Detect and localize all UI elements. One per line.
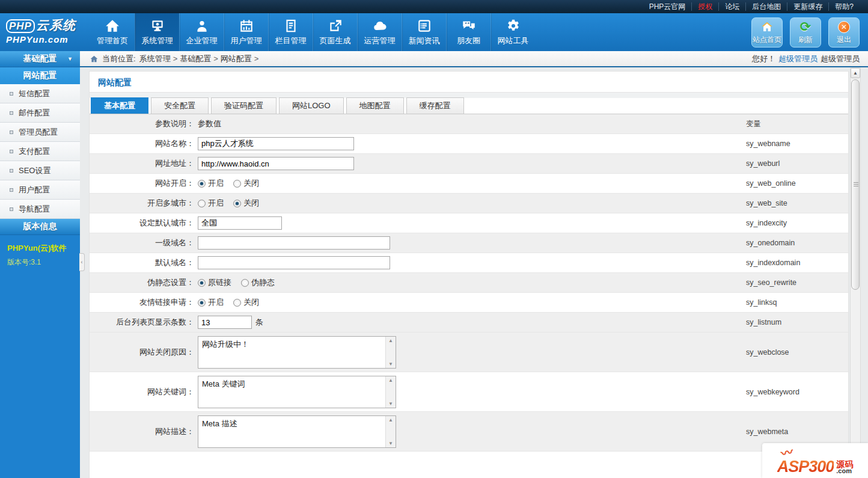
radio-sy_linksq-0[interactable]: 开启 bbox=[198, 297, 224, 308]
breadcrumb-segment-0[interactable]: 系统管理 bbox=[139, 54, 171, 63]
quick-button-0[interactable]: 站点首页 bbox=[751, 17, 783, 47]
scroll-down-icon[interactable]: ▼ bbox=[388, 441, 393, 446]
sidebar-item-4[interactable]: SEO设置 bbox=[0, 161, 80, 180]
breadcrumb-segment-1[interactable]: 基础配置 bbox=[180, 54, 211, 63]
breadcrumb: 当前位置: 系统管理>基础配置>网站配置> 您好！ 超级管理员 超级管理员 bbox=[80, 51, 868, 67]
row-label: 网站开启： bbox=[90, 178, 198, 189]
tab-5[interactable]: 缓存配置 bbox=[406, 97, 464, 114]
scroll-up-icon[interactable]: ▲ bbox=[388, 378, 393, 383]
logo-title: PHP云系统 bbox=[6, 17, 90, 34]
logo[interactable]: PHP云系统 PHPYun.com bbox=[0, 13, 90, 51]
nav-item-9[interactable]: 网站工具 bbox=[491, 13, 535, 51]
sidebar-item-2[interactable]: 管理员配置 bbox=[0, 123, 80, 142]
form-row-sy_weburl: 网址地址：sy_weburl bbox=[90, 154, 848, 174]
asp300-com: .com bbox=[836, 468, 852, 474]
sidebar-item-6[interactable]: 导航配置 bbox=[0, 200, 80, 219]
radio-sy_web_online-1[interactable]: 关闭 bbox=[233, 178, 259, 189]
tab-0[interactable]: 基本配置 bbox=[91, 97, 148, 114]
nav-item-3[interactable]: 用户管理 bbox=[224, 13, 268, 51]
scroll-up-icon[interactable]: ▲ bbox=[388, 338, 393, 343]
topbar-link-0[interactable]: PHP云官网 bbox=[643, 2, 692, 11]
radio-label: 关闭 bbox=[243, 297, 259, 308]
field-sy_onedomain[interactable] bbox=[198, 236, 390, 250]
scroll-down-icon[interactable]: ▼ bbox=[388, 361, 393, 367]
breadcrumb-segment-2[interactable]: 网站配置 bbox=[221, 54, 252, 63]
tab-4[interactable]: 地图配置 bbox=[346, 97, 404, 114]
field-sy_indexdomain[interactable] bbox=[198, 256, 390, 269]
textarea-scrollbar[interactable]: ▲▼ bbox=[385, 376, 396, 408]
nav-item-8[interactable]: 朋友圈 bbox=[446, 13, 491, 51]
radio-button-icon[interactable] bbox=[233, 200, 241, 207]
system-icon bbox=[150, 18, 165, 34]
tab-3[interactable]: 网站LOGO bbox=[279, 97, 344, 114]
admin-profile-link[interactable]: 超级管理员 bbox=[778, 54, 818, 64]
breadcrumb-separator: > bbox=[254, 54, 259, 63]
row-variable: sy_seo_rewrite bbox=[746, 278, 848, 287]
tab-1[interactable]: 安全配置 bbox=[151, 97, 209, 114]
sidebar-item-5[interactable]: 用户配置 bbox=[0, 180, 80, 200]
row-label: 网站关键词： bbox=[90, 387, 198, 397]
radio-button-icon[interactable] bbox=[198, 180, 206, 188]
textarea-scrollbar[interactable]: ▲▼ bbox=[385, 416, 396, 447]
radio-sy_seo_rewrite-0[interactable]: 原链接 bbox=[198, 277, 231, 288]
radio-button-icon[interactable] bbox=[233, 180, 241, 188]
bullet-icon bbox=[10, 92, 13, 96]
sidebar-item-1[interactable]: 邮件配置 bbox=[0, 103, 80, 123]
radio-label: 开启 bbox=[208, 178, 224, 189]
nav-item-0[interactable]: 管理首页 bbox=[90, 13, 135, 51]
field-sy_webclose[interactable]: 网站升级中！▲▼ bbox=[198, 336, 396, 369]
logo-line1: 云系统 bbox=[36, 18, 76, 32]
sidebar-collapse-handle[interactable]: ‹ bbox=[79, 253, 85, 271]
radio-sy_web_site-1[interactable]: 关闭 bbox=[233, 198, 259, 209]
form-row-sy_webclose: 网站关闭原因：网站升级中！▲▼sy_webclose bbox=[90, 332, 848, 372]
sidebar-item-website-config[interactable]: 网站配置 bbox=[0, 67, 80, 84]
radio-button-icon[interactable] bbox=[198, 279, 206, 287]
nav-item-4[interactable]: 栏目管理 bbox=[268, 13, 313, 51]
scroll-down-icon[interactable]: ▼ bbox=[388, 401, 393, 406]
sidebar-items: 短信配置邮件配置管理员配置支付配置SEO设置用户配置导航配置 bbox=[0, 84, 80, 219]
sidebar-item-0[interactable]: 短信配置 bbox=[0, 84, 80, 103]
nav-item-2[interactable]: 企业管理 bbox=[179, 13, 224, 51]
radio-sy_web_online-0[interactable]: 开启 bbox=[198, 178, 224, 189]
topbar-link-1[interactable]: 授权 bbox=[692, 2, 719, 11]
scroll-up-icon[interactable]: ▲ bbox=[388, 417, 393, 423]
field-sy_webmeta[interactable]: Meta 描述▲▼ bbox=[198, 415, 396, 448]
radio-sy_seo_rewrite-1[interactable]: 伪静态 bbox=[241, 277, 275, 288]
field-sy_listnum[interactable] bbox=[198, 316, 252, 329]
field-sy_indexcity[interactable] bbox=[198, 216, 282, 230]
radio-sy_web_site-0[interactable]: 开启 bbox=[198, 198, 224, 209]
field-sy_webname[interactable] bbox=[198, 137, 354, 150]
scrollbar-up-arrow[interactable]: ▲ bbox=[851, 68, 860, 78]
page-scrollbar[interactable]: ▲ ▼ bbox=[850, 67, 861, 478]
topbar-link-3[interactable]: 后台地图 bbox=[746, 2, 787, 11]
quick-button-1[interactable]: ⟳刷新 bbox=[790, 17, 821, 47]
topbar-link-5[interactable]: 帮助? bbox=[829, 2, 860, 11]
radio-sy_linksq-1[interactable]: 关闭 bbox=[233, 297, 259, 308]
radio-button-icon[interactable] bbox=[233, 299, 241, 307]
sidebar-item-3[interactable]: 支付配置 bbox=[0, 142, 80, 161]
nav-item-7[interactable]: 新闻资讯 bbox=[402, 13, 446, 51]
field-sy_weburl[interactable] bbox=[198, 157, 354, 170]
topbar-link-4[interactable]: 更新缓存 bbox=[787, 2, 829, 11]
tab-2[interactable]: 验证码配置 bbox=[211, 97, 277, 114]
nav-item-5[interactable]: 页面生成 bbox=[313, 13, 357, 51]
textarea-scrollbar[interactable]: ▲▼ bbox=[385, 337, 396, 368]
topbar-link-2[interactable]: 论坛 bbox=[719, 2, 746, 11]
form-row-sy_web_online: 网站开启：开启关闭sy_web_online bbox=[90, 174, 848, 194]
scrollbar-thumb[interactable] bbox=[851, 79, 860, 290]
sidebar-version-header[interactable]: 版本信息 bbox=[0, 219, 80, 235]
radio-button-icon[interactable] bbox=[198, 200, 206, 207]
nav-item-6[interactable]: 运营管理 bbox=[357, 13, 402, 51]
field-sy_webkeyword[interactable]: Meta 关键词▲▼ bbox=[198, 376, 396, 408]
nav-item-1[interactable]: 系统管理 bbox=[135, 13, 179, 51]
form-row-sy_indexdomain: 默认域名：sy_indexdomain bbox=[90, 253, 848, 273]
radio-button-icon[interactable] bbox=[198, 299, 206, 307]
nav-item-label: 栏目管理 bbox=[275, 35, 307, 46]
page-generate-icon bbox=[328, 18, 343, 34]
radio-button-icon[interactable] bbox=[241, 279, 249, 287]
quick-button-2[interactable]: ✕退出 bbox=[828, 17, 860, 47]
breadcrumb-path: 当前位置: 系统管理>基础配置>网站配置> bbox=[90, 54, 752, 64]
sidebar-group-header[interactable]: 基础配置 ▼ bbox=[0, 51, 80, 67]
row-label: 网站描述： bbox=[90, 426, 198, 437]
form-row-sy_webname: 网站名称：sy_webname bbox=[90, 134, 848, 154]
